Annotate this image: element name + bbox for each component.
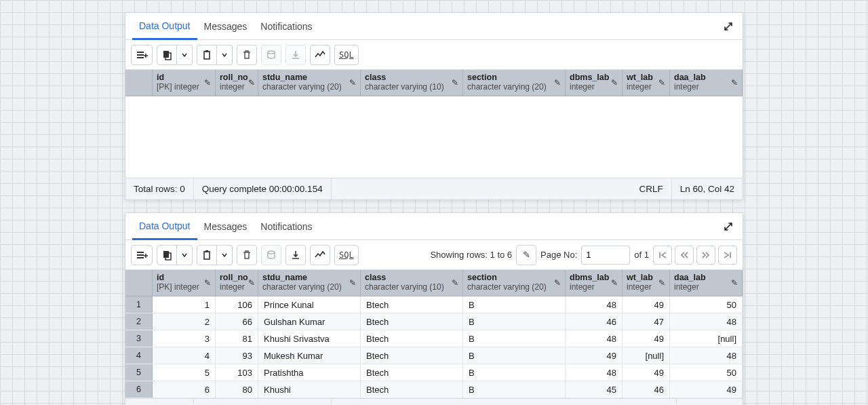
save-data-button[interactable] xyxy=(261,45,281,65)
pencil-icon[interactable]: ✎ xyxy=(611,278,618,288)
col-header-dbms[interactable]: dbms_labinteger✎ xyxy=(566,270,623,296)
cell-wt[interactable]: 47 xyxy=(623,313,670,330)
cell-class[interactable]: Btech xyxy=(361,330,463,347)
cell-id[interactable]: 4 xyxy=(153,347,216,364)
cell-wt[interactable]: 49 xyxy=(623,296,670,313)
edit-rows-button[interactable]: ✎ xyxy=(516,245,536,265)
graph-button[interactable] xyxy=(310,45,330,65)
download-button[interactable] xyxy=(285,245,306,265)
col-header-section[interactable]: sectioncharacter varying (20)✎ xyxy=(463,70,566,96)
cell-daa[interactable]: 48 xyxy=(670,347,743,364)
cell-section[interactable]: B xyxy=(463,330,566,347)
cell-section[interactable]: B xyxy=(463,347,566,364)
cell-id[interactable]: 1 xyxy=(153,296,216,313)
cell-section[interactable]: B xyxy=(463,296,566,313)
pencil-icon[interactable]: ✎ xyxy=(658,78,665,88)
rownum-cell[interactable]: 6 xyxy=(125,381,153,398)
table-row[interactable]: 3381Khushi SrivastvaBtechB4849[null] xyxy=(125,330,743,347)
tab-notifications[interactable]: Notifications xyxy=(254,13,319,39)
cell-name[interactable]: Mukesh Kumar xyxy=(258,347,361,364)
tab-data-output[interactable]: Data Output xyxy=(132,214,197,240)
paste-button[interactable] xyxy=(197,245,217,265)
sql-button[interactable]: SQL xyxy=(334,245,359,265)
cell-wt[interactable]: 49 xyxy=(623,364,670,381)
cell-class[interactable]: Btech xyxy=(361,364,463,381)
pencil-icon[interactable]: ✎ xyxy=(658,278,665,288)
col-header-class[interactable]: classcharacter varying (10)✎ xyxy=(361,70,463,96)
sql-button[interactable]: SQL xyxy=(334,45,359,65)
paste-menu-button[interactable] xyxy=(217,45,233,65)
download-button[interactable] xyxy=(285,45,306,65)
cell-roll[interactable]: 93 xyxy=(216,347,258,364)
cell-daa[interactable]: 50 xyxy=(670,296,743,313)
pencil-icon[interactable]: ✎ xyxy=(554,278,561,288)
cell-dbms[interactable]: 49 xyxy=(566,347,623,364)
page-no-input[interactable] xyxy=(581,246,630,265)
tab-messages[interactable]: Messages xyxy=(197,213,254,239)
cell-daa[interactable]: 48 xyxy=(670,313,743,330)
table-row[interactable]: 11106Prince KunalBtechB484950 xyxy=(125,296,743,313)
cell-id[interactable]: 3 xyxy=(153,330,216,347)
col-header-name[interactable]: stdu_namecharacter varying (20)✎ xyxy=(258,70,361,96)
rownum-cell[interactable]: 5 xyxy=(125,364,153,381)
cell-name[interactable]: Khushi xyxy=(258,381,361,398)
expand-icon[interactable] xyxy=(721,19,736,34)
col-header-name[interactable]: stdu_namecharacter varying (20)✎ xyxy=(258,270,361,296)
cell-dbms[interactable]: 48 xyxy=(566,330,623,347)
pencil-icon[interactable]: ✎ xyxy=(204,78,211,88)
last-page-button[interactable] xyxy=(718,246,737,265)
table-row[interactable]: 4493Mukesh KumarBtechB49[null]48 xyxy=(125,347,743,364)
cell-name[interactable]: Pratishtha xyxy=(258,364,361,381)
pencil-icon[interactable]: ✎ xyxy=(248,278,255,288)
expand-icon[interactable] xyxy=(721,219,736,234)
cell-roll[interactable]: 103 xyxy=(216,364,258,381)
cell-name[interactable]: Prince Kunal xyxy=(258,296,361,313)
col-header-class[interactable]: classcharacter varying (10)✎ xyxy=(361,270,463,296)
cell-wt[interactable]: 46 xyxy=(623,381,670,398)
table-row[interactable]: 2266Gulshan KumarBtechB464748 xyxy=(125,313,743,330)
add-row-button[interactable] xyxy=(131,245,153,265)
cell-id[interactable]: 6 xyxy=(153,381,216,398)
cell-name[interactable]: Gulshan Kumar xyxy=(258,313,361,330)
col-header-section[interactable]: sectioncharacter varying (20)✎ xyxy=(463,270,566,296)
tab-data-output[interactable]: Data Output xyxy=(132,14,197,40)
rownum-cell[interactable]: 3 xyxy=(125,330,153,347)
paste-menu-button[interactable] xyxy=(217,245,233,265)
copy-menu-button[interactable] xyxy=(177,245,193,265)
copy-menu-button[interactable] xyxy=(177,45,193,65)
cell-dbms[interactable]: 48 xyxy=(566,364,623,381)
cell-daa[interactable]: 49 xyxy=(670,381,743,398)
col-header-roll[interactable]: roll_nointeger✎ xyxy=(216,70,258,96)
col-header-id[interactable]: id[PK] integer✎ xyxy=(153,270,216,296)
col-header-daa[interactable]: daa_labinteger✎ xyxy=(670,70,743,96)
col-header-wt[interactable]: wt_labinteger✎ xyxy=(623,270,670,296)
col-header-id[interactable]: id[PK] integer✎ xyxy=(153,70,216,96)
cell-section[interactable]: B xyxy=(463,364,566,381)
cell-roll[interactable]: 80 xyxy=(216,381,258,398)
cell-class[interactable]: Btech xyxy=(361,313,463,330)
cell-roll[interactable]: 106 xyxy=(216,296,258,313)
cell-dbms[interactable]: 46 xyxy=(566,313,623,330)
first-page-button[interactable] xyxy=(653,246,672,265)
cell-class[interactable]: Btech xyxy=(361,381,463,398)
save-data-button[interactable] xyxy=(261,245,281,265)
cell-id[interactable]: 2 xyxy=(153,313,216,330)
add-row-button[interactable] xyxy=(131,45,153,65)
cell-section[interactable]: B xyxy=(463,313,566,330)
cell-daa[interactable]: [null] xyxy=(670,330,743,347)
rownum-cell[interactable]: 2 xyxy=(125,313,153,330)
cell-dbms[interactable]: 48 xyxy=(566,296,623,313)
paste-button[interactable] xyxy=(197,45,217,65)
tab-notifications[interactable]: Notifications xyxy=(254,213,319,239)
pencil-icon[interactable]: ✎ xyxy=(452,278,458,288)
rownum-cell[interactable]: 1 xyxy=(125,296,153,313)
delete-button[interactable] xyxy=(237,245,257,265)
tab-messages[interactable]: Messages xyxy=(197,13,254,39)
cell-roll[interactable]: 81 xyxy=(216,330,258,347)
delete-button[interactable] xyxy=(237,45,257,65)
cell-name[interactable]: Khushi Srivastva xyxy=(258,330,361,347)
prev-page-button[interactable] xyxy=(675,246,694,265)
cell-dbms[interactable]: 45 xyxy=(566,381,623,398)
cell-id[interactable]: 5 xyxy=(153,364,216,381)
pencil-icon[interactable]: ✎ xyxy=(611,78,618,88)
